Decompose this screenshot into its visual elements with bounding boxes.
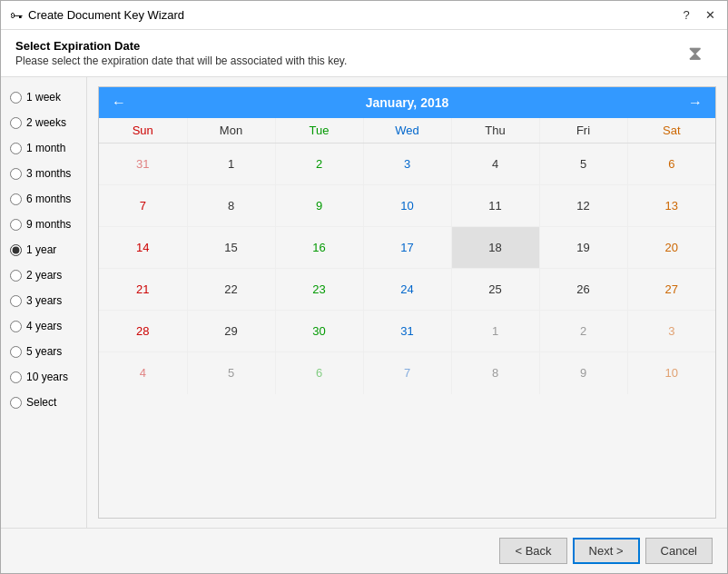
radio-label-1week: 1 week xyxy=(26,91,61,104)
radio-1week[interactable] xyxy=(10,92,22,104)
radio-select[interactable] xyxy=(10,397,22,409)
radio-item-3months[interactable]: 3 months xyxy=(1,161,86,186)
calendar-day-header-fri: Fri xyxy=(539,118,627,144)
calendar-header-row: SunMonTueWedThuFriSat xyxy=(99,118,715,144)
calendar-day-cell[interactable]: 9 xyxy=(275,185,363,227)
calendar-day-cell[interactable]: 12 xyxy=(539,185,627,227)
wizard-icon: 🗝 xyxy=(10,8,23,23)
calendar-day-cell[interactable]: 29 xyxy=(187,311,275,352)
calendar-day-cell[interactable]: 24 xyxy=(363,269,451,311)
hourglass-icon: ⧗ xyxy=(688,42,702,65)
radio-item-3years[interactable]: 3 years xyxy=(1,288,86,313)
calendar-week-5: 45678910 xyxy=(99,352,715,394)
radio-label-9months: 9 months xyxy=(26,218,71,231)
radio-item-1month[interactable]: 1 month xyxy=(1,135,86,161)
radio-item-1week[interactable]: 1 week xyxy=(1,84,86,110)
calendar-day-cell[interactable]: 6 xyxy=(627,144,715,185)
calendar-day-cell[interactable]: 6 xyxy=(275,352,363,394)
calendar-day-header-wed: Wed xyxy=(363,118,451,144)
calendar-day-cell[interactable]: 27 xyxy=(627,269,715,311)
next-month-button[interactable]: → xyxy=(684,92,706,114)
calendar-day-cell[interactable]: 21 xyxy=(99,269,187,311)
calendar-day-cell[interactable]: 13 xyxy=(627,185,715,227)
calendar-day-cell[interactable]: 14 xyxy=(99,227,187,269)
radio-6months[interactable] xyxy=(10,193,22,205)
calendar-day-header-mon: Mon xyxy=(187,118,275,144)
radio-label-6months: 6 months xyxy=(26,193,71,205)
calendar-day-cell[interactable]: 9 xyxy=(539,352,627,394)
calendar-day-cell[interactable]: 8 xyxy=(451,352,539,394)
next-button[interactable]: Next > xyxy=(573,538,640,564)
calendar-month-year: January, 2018 xyxy=(366,95,449,110)
calendar-day-cell[interactable]: 28 xyxy=(99,311,187,352)
radio-4years[interactable] xyxy=(10,321,22,332)
radio-item-5years[interactable]: 5 years xyxy=(1,339,86,364)
calendar-week-0: 31123456 xyxy=(99,144,715,185)
calendar-day-cell[interactable]: 31 xyxy=(99,144,187,185)
calendar-container: ← January, 2018 → SunMonTueWedThuFriSat … xyxy=(98,86,716,519)
calendar-day-cell[interactable]: 30 xyxy=(275,311,363,352)
calendar-day-cell[interactable]: 17 xyxy=(363,227,451,269)
calendar-header: ← January, 2018 → xyxy=(99,87,715,118)
help-button[interactable]: ? xyxy=(678,7,694,24)
radio-2years[interactable] xyxy=(10,270,22,282)
calendar-day-cell[interactable]: 19 xyxy=(539,227,627,269)
calendar-day-cell[interactable]: 2 xyxy=(539,311,627,352)
radio-item-2weeks[interactable]: 2 weeks xyxy=(1,110,86,135)
calendar-day-cell[interactable]: 25 xyxy=(451,269,539,311)
calendar-day-cell[interactable]: 10 xyxy=(627,352,715,394)
radio-3months[interactable] xyxy=(10,168,22,180)
calendar-day-cell[interactable]: 4 xyxy=(99,352,187,394)
calendar-day-cell[interactable]: 3 xyxy=(627,311,715,352)
footer: < Back Next > Cancel xyxy=(1,528,727,573)
calendar-day-cell[interactable]: 31 xyxy=(363,311,451,352)
calendar-day-cell[interactable]: 23 xyxy=(275,269,363,311)
wizard-window: 🗝 Create Document Key Wizard ? ✕ Select … xyxy=(0,0,728,574)
header-title: Select Expiration Date xyxy=(15,39,713,53)
radio-2weeks[interactable] xyxy=(10,117,22,129)
radio-item-select[interactable]: Select xyxy=(1,390,86,415)
calendar-day-cell[interactable]: 8 xyxy=(187,185,275,227)
radio-item-4years[interactable]: 4 years xyxy=(1,313,86,339)
calendar-day-cell[interactable]: 1 xyxy=(451,311,539,352)
radio-item-10years[interactable]: 10 years xyxy=(1,364,86,390)
calendar-body: 3112345678910111213141516171819202122232… xyxy=(99,144,715,394)
radio-3years[interactable] xyxy=(10,295,22,307)
title-bar-right: ? ✕ xyxy=(678,7,718,24)
calendar-day-cell[interactable]: 10 xyxy=(363,185,451,227)
calendar-day-cell[interactable]: 11 xyxy=(451,185,539,227)
calendar-day-cell[interactable]: 26 xyxy=(539,269,627,311)
calendar-day-cell[interactable]: 4 xyxy=(451,144,539,185)
radio-9months[interactable] xyxy=(10,219,22,231)
radio-item-2years[interactable]: 2 years xyxy=(1,262,86,288)
content-area: 1 week2 weeks1 month3 months6 months9 mo… xyxy=(1,77,727,528)
calendar-day-cell[interactable]: 5 xyxy=(539,144,627,185)
calendar-day-cell[interactable]: 7 xyxy=(363,352,451,394)
calendar-day-cell[interactable]: 15 xyxy=(187,227,275,269)
radio-item-6months[interactable]: 6 months xyxy=(1,186,86,212)
calendar-day-cell[interactable]: 16 xyxy=(275,227,363,269)
radio-1month[interactable] xyxy=(10,143,22,154)
radio-10years[interactable] xyxy=(10,371,22,383)
cancel-button[interactable]: Cancel xyxy=(645,538,713,564)
radio-1year[interactable] xyxy=(10,244,22,256)
calendar-day-header-tue: Tue xyxy=(275,118,363,144)
radio-item-1year[interactable]: 1 year xyxy=(1,237,86,262)
left-panel: 1 week2 weeks1 month3 months6 months9 mo… xyxy=(1,77,87,528)
calendar-grid: SunMonTueWedThuFriSat 311234567891011121… xyxy=(99,118,715,394)
radio-item-9months[interactable]: 9 months xyxy=(1,212,86,237)
calendar-day-cell[interactable]: 18 xyxy=(451,227,539,269)
calendar-day-cell[interactable]: 1 xyxy=(187,144,275,185)
prev-month-button[interactable]: ← xyxy=(108,92,130,114)
calendar-week-2: 14151617181920 xyxy=(99,227,715,269)
radio-label-4years: 4 years xyxy=(26,320,62,332)
close-button[interactable]: ✕ xyxy=(702,7,718,24)
calendar-day-cell[interactable]: 3 xyxy=(363,144,451,185)
calendar-day-cell[interactable]: 20 xyxy=(627,227,715,269)
radio-5years[interactable] xyxy=(10,346,22,358)
calendar-day-cell[interactable]: 2 xyxy=(275,144,363,185)
back-button[interactable]: < Back xyxy=(499,538,566,564)
calendar-day-cell[interactable]: 7 xyxy=(99,185,187,227)
calendar-day-cell[interactable]: 22 xyxy=(187,269,275,311)
calendar-day-cell[interactable]: 5 xyxy=(187,352,275,394)
